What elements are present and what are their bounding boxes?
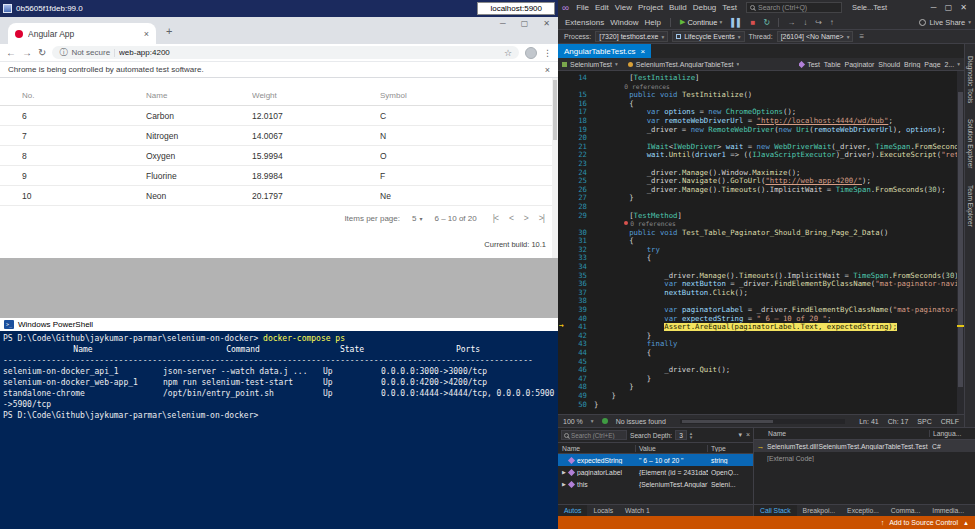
- glyph-margin[interactable]: [558, 151, 570, 160]
- glyph-margin[interactable]: [558, 220, 570, 229]
- glyph-margin[interactable]: [558, 134, 570, 143]
- forward-icon[interactable]: →: [22, 47, 32, 58]
- glyph-margin[interactable]: [558, 332, 570, 341]
- page-size-select[interactable]: 5 ▾: [412, 214, 422, 223]
- menu-debug[interactable]: Debug: [690, 3, 720, 12]
- tab-close-icon[interactable]: ×: [641, 47, 646, 56]
- codelens-references[interactable]: 0 references: [624, 83, 670, 90]
- powershell-terminal[interactable]: PS D:\Code\Github\jaykumar-parmar\seleni…: [0, 331, 558, 529]
- health-indicator-icon[interactable]: [602, 418, 608, 424]
- chrome-menu-icon[interactable]: ⋮: [543, 48, 552, 58]
- show-next-statement-button[interactable]: →: [785, 18, 797, 27]
- menu-window[interactable]: Window: [607, 18, 641, 27]
- reload-icon[interactable]: ↻: [38, 47, 46, 58]
- maximize-button[interactable]: ▢: [521, 19, 529, 28]
- panel-close-icon[interactable]: ×: [746, 431, 750, 439]
- panel-tab-call-stack[interactable]: Call Stack: [754, 505, 797, 516]
- glyph-margin[interactable]: [558, 91, 570, 100]
- glyph-margin[interactable]: [558, 108, 570, 117]
- glyph-margin[interactable]: [558, 280, 570, 289]
- glyph-margin[interactable]: [558, 83, 570, 92]
- glyph-margin[interactable]: [558, 177, 570, 186]
- search-depth-input[interactable]: 3: [675, 430, 687, 440]
- menu-test[interactable]: Test: [719, 3, 740, 12]
- site-info-icon[interactable]: ⓘ: [59, 47, 67, 58]
- address-bar[interactable]: ⓘ Not secure web-app:4200 ☆: [52, 46, 519, 59]
- glyph-margin[interactable]: →: [558, 323, 570, 332]
- minimize-button[interactable]: ─: [500, 19, 506, 28]
- stop-debugging-button[interactable]: ■: [749, 18, 758, 27]
- side-tab-diagnostic-tools[interactable]: Diagnostic Tools: [967, 56, 974, 103]
- menu-extensions[interactable]: Extensions: [562, 18, 607, 27]
- glyph-margin[interactable]: [558, 186, 570, 195]
- glyph-margin[interactable]: [558, 194, 570, 203]
- scrollbar-thumb[interactable]: [958, 92, 963, 387]
- glyph-margin[interactable]: [558, 401, 570, 410]
- thread-dropdown[interactable]: [26104] <No Name> ▾: [777, 31, 854, 42]
- project-dropdown[interactable]: SeleniumTest ▾: [562, 61, 618, 68]
- close-button[interactable]: ✕: [543, 19, 550, 28]
- watch-row[interactable]: ▶paginatorLabel{Element (id = 2431da55-6…: [558, 466, 753, 478]
- glyph-margin[interactable]: [558, 203, 570, 212]
- browser-tab[interactable]: Angular App ×: [8, 23, 156, 44]
- chevron-up-icon[interactable]: ▲: [963, 520, 969, 526]
- panel-tab-autos[interactable]: Autos: [558, 505, 587, 516]
- panel-menu-icon[interactable]: ▾: [738, 431, 742, 439]
- glyph-margin[interactable]: [558, 160, 570, 169]
- add-to-source-control-button[interactable]: Add to Source Control: [889, 519, 958, 526]
- continue-button[interactable]: ▶ Continue ▾: [677, 18, 725, 27]
- menu-help[interactable]: Help: [642, 18, 664, 27]
- menu-edit[interactable]: Edit: [592, 3, 612, 12]
- maximize-button[interactable]: ▢: [941, 3, 956, 12]
- zoom-control[interactable]: 100 %: [563, 418, 583, 425]
- side-tab-team-explorer[interactable]: Team Explorer: [967, 185, 974, 227]
- process-dropdown[interactable]: [7320] testhost.exe ▾: [595, 31, 668, 42]
- menu-build[interactable]: Build: [666, 3, 690, 12]
- glyph-margin[interactable]: [558, 143, 570, 152]
- restart-button[interactable]: ↻: [761, 18, 772, 27]
- step-out-button[interactable]: ↑: [828, 18, 836, 27]
- last-page-button[interactable]: >|: [539, 213, 544, 223]
- close-button[interactable]: ✕: [956, 3, 971, 12]
- glyph-margin[interactable]: [558, 229, 570, 238]
- glyph-margin[interactable]: [558, 349, 570, 358]
- panel-tab-watch-1[interactable]: Watch 1: [619, 505, 656, 516]
- panel-tab-locals[interactable]: Locals: [587, 505, 619, 516]
- document-tab[interactable]: AngularTableTest.cs ×: [558, 44, 651, 58]
- glyph-margin[interactable]: [558, 383, 570, 392]
- glyph-margin[interactable]: [558, 366, 570, 375]
- previous-page-button[interactable]: <: [509, 213, 513, 223]
- glyph-margin[interactable]: [558, 237, 570, 246]
- step-over-button[interactable]: ↪: [813, 18, 824, 27]
- minimize-button[interactable]: ─: [926, 3, 941, 12]
- vnc-address-box[interactable]: localhost:5900: [477, 2, 555, 15]
- menu-project[interactable]: Project: [635, 3, 666, 12]
- profile-avatar[interactable]: [525, 47, 537, 59]
- glyph-margin[interactable]: [558, 74, 570, 83]
- glyph-margin[interactable]: [558, 289, 570, 298]
- back-icon[interactable]: ←: [6, 47, 16, 58]
- glyph-margin[interactable]: [558, 100, 570, 109]
- glyph-margin[interactable]: [558, 169, 570, 178]
- first-page-button[interactable]: |<: [493, 213, 498, 223]
- codelens-references[interactable]: 0 references: [630, 220, 676, 227]
- glyph-margin[interactable]: [558, 212, 570, 221]
- menu-file[interactable]: File: [573, 3, 592, 12]
- glyph-margin[interactable]: [558, 272, 570, 281]
- panel-tab-immedia-[interactable]: Immedia...: [926, 505, 970, 516]
- tab-close-icon[interactable]: ×: [144, 29, 149, 39]
- glyph-margin[interactable]: [558, 126, 570, 135]
- break-all-button[interactable]: ▌▌: [729, 18, 744, 27]
- menu-view[interactable]: View: [612, 3, 635, 12]
- lifecycle-events-dropdown[interactable]: Lifecycle Events ▾: [672, 31, 744, 42]
- glyph-margin[interactable]: [558, 375, 570, 384]
- panel-tab-output[interactable]: Output: [970, 505, 975, 516]
- step-into-button[interactable]: ↓: [801, 18, 809, 27]
- new-tab-button[interactable]: +: [166, 25, 172, 37]
- depth-stepper[interactable]: ▴▾: [690, 431, 693, 439]
- glyph-margin[interactable]: [558, 263, 570, 272]
- member-dropdown[interactable]: Test_Table_Paginator_Should_Bring_Page_2…: [799, 61, 960, 68]
- code-editor[interactable]: 14 [TestInitialize] 0 references15 publi…: [558, 71, 964, 414]
- glyph-margin[interactable]: [558, 306, 570, 315]
- panel-tab-breakpoi-[interactable]: Breakpoi...: [797, 505, 842, 516]
